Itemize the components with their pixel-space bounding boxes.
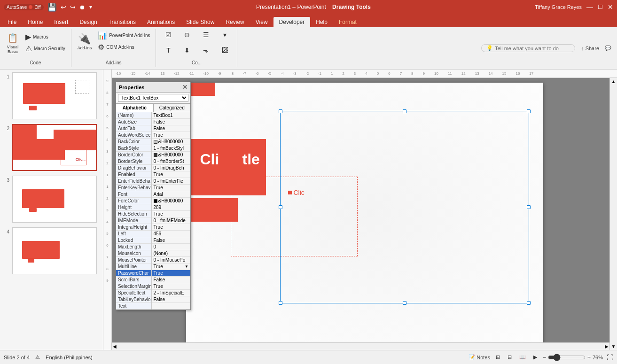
slide-thumb-3[interactable]: 3 [2, 175, 101, 224]
ribbon-group-controls: ☑ ⊙ ☰ ▾ T ⬍ ⬎ 🖼 Co... [156, 29, 237, 67]
prop-value-11: True [151, 185, 190, 191]
tab-help[interactable]: Help [310, 17, 333, 27]
com-addins-button[interactable]: ⚙ COM Add-ins [96, 42, 152, 53]
canvas-area[interactable]: Cli tle [112, 78, 617, 350]
tab-categorized[interactable]: Categorized [154, 104, 191, 112]
autosave-toggle[interactable]: AutoSave Off [4, 4, 44, 10]
handle-mr[interactable] [527, 205, 531, 209]
presenter-view-btn[interactable]: ▶ [531, 353, 539, 361]
accessibility-icon[interactable]: ⚠ [35, 354, 40, 360]
title-bar: AutoSave Off 💾 ↩ ↪ ⏺ ▾ Presentation1 – P… [0, 0, 617, 14]
addins-buttons: 🔌 Add-ins 📊 PowerPoint Add-ins ⚙ COM Add… [75, 30, 152, 53]
zoom-slider[interactable] [548, 354, 586, 361]
tab-developer[interactable]: Developer [273, 17, 311, 27]
prop-value-1: False [151, 119, 190, 125]
scroll-right-btn[interactable]: ▶ [604, 343, 609, 350]
handle-tr[interactable] [527, 109, 531, 113]
h-scrollbar[interactable]: ◀ ▶ [112, 342, 609, 350]
textbox-btn[interactable]: T [160, 46, 177, 55]
redo-icon[interactable]: ↪ [70, 3, 76, 11]
handle-tc[interactable] [403, 109, 406, 113]
selection-box[interactable]: Clic [280, 111, 529, 303]
prop-value-29 [151, 303, 190, 310]
slide-img-1[interactable] [12, 72, 97, 119]
prop-value-14: 289 [151, 204, 190, 211]
slide-img-3[interactable] [12, 176, 97, 223]
slide-thumb-2[interactable]: 2 Clic... [2, 123, 101, 172]
code-group-label: Code [30, 60, 41, 66]
handle-br[interactable] [527, 301, 531, 305]
slide-canvas[interactable]: Cli tle [186, 83, 543, 346]
share-button[interactable]: ↑ Share [581, 46, 599, 51]
prop-value-16: 0 - fmIMEMode [151, 217, 190, 224]
tab-view[interactable]: View [250, 17, 273, 27]
add-ins-button[interactable]: 🔌 Add-ins [75, 31, 94, 52]
tab-insert[interactable]: Insert [48, 17, 74, 27]
tab-alphabetic[interactable]: Alphabetic [116, 104, 154, 112]
autosave-state: Off [34, 5, 40, 10]
minimize-btn[interactable]: — [586, 3, 593, 11]
properties-close-button[interactable]: ✕ [182, 84, 187, 91]
tell-me-input[interactable]: 💡 Tell me what you want to do [481, 44, 575, 52]
tab-home[interactable]: Home [22, 17, 48, 27]
prop-value-20: 0 [151, 244, 190, 250]
zoom-out-btn[interactable]: − [543, 354, 546, 361]
share-label: Share [586, 46, 599, 51]
tab-design[interactable]: Design [74, 17, 102, 27]
scroll-up-btn[interactable]: ▲ [610, 78, 617, 85]
click-here-text-area: Clic [288, 189, 305, 196]
customize-icon[interactable]: ▾ [89, 4, 92, 10]
radiobutton-btn[interactable]: ⊙ [179, 30, 195, 39]
prop-name-21: MouseIcon [116, 250, 151, 257]
save-icon[interactable]: 💾 [47, 3, 57, 12]
spinbutton-btn[interactable]: ⬎ [197, 46, 214, 55]
maximize-btn[interactable]: ☐ [598, 4, 603, 10]
prop-value-6: &H8000000 [151, 152, 190, 158]
tab-file[interactable]: File [2, 17, 22, 27]
zoom-in-btn[interactable]: + [587, 354, 591, 361]
prop-value-22: 0 - fmMousePo [151, 257, 190, 263]
tab-format[interactable]: Format [333, 17, 362, 27]
v-scrollbar[interactable]: ▲ ▼ [609, 78, 617, 350]
slide-sorter-btn[interactable]: ⊟ [506, 353, 514, 361]
listbox-btn[interactable]: ☰ [197, 30, 214, 39]
prop-value-23[interactable]: True▼ [151, 263, 190, 270]
properties-object-select[interactable]: TextBox1 TextBox [118, 94, 188, 102]
close-btn[interactable]: ✕ [608, 3, 613, 11]
scrollbar-btn[interactable]: ⬍ [179, 46, 195, 55]
slide-thumb-1[interactable]: 1 [2, 71, 101, 120]
scroll-left-btn[interactable]: ◀ [112, 343, 117, 350]
handle-bc[interactable] [403, 301, 406, 305]
fit-slide-btn[interactable]: ⛶ [607, 354, 613, 361]
scroll-down-btn[interactable]: ▼ [610, 343, 617, 350]
tab-animations[interactable]: Animations [141, 17, 180, 27]
macro-security-button[interactable]: ⚠ Macro Security [23, 43, 67, 54]
slide-count: Slide 2 of 4 [4, 355, 30, 360]
handle-tl[interactable] [279, 109, 282, 113]
slide-thumb-4[interactable]: 4 [2, 226, 101, 275]
visual-basic-button[interactable]: 📋 VisualBasic [4, 30, 22, 55]
handle-ml[interactable] [279, 205, 282, 209]
undo-icon[interactable]: ↩ [61, 3, 66, 11]
slide-img-4[interactable] [12, 227, 97, 274]
record-icon[interactable]: ⏺ [79, 4, 86, 11]
share-icon: ↑ [581, 46, 584, 51]
tab-transitions[interactable]: Transitions [103, 17, 141, 27]
macros-button[interactable]: ▶ Macros [23, 31, 67, 42]
tab-slideshow[interactable]: Slide Show [180, 17, 220, 27]
powerpoint-addins-button[interactable]: 📊 PowerPoint Add-ins [96, 30, 152, 41]
prop-name-14: Height [116, 204, 151, 211]
properties-scroll[interactable]: (Name)TextBox1AutoSizeFalseAutoTabFalseA… [116, 112, 190, 310]
notes-button[interactable]: 📝 Notes [469, 354, 490, 360]
tab-review[interactable]: Review [220, 17, 250, 27]
checkbox-btn[interactable]: ☑ [160, 30, 177, 39]
normal-view-btn[interactable]: ⊞ [494, 353, 502, 361]
image-btn[interactable]: 🖼 [216, 46, 233, 55]
handle-bl[interactable] [279, 301, 282, 305]
slide-img-2[interactable]: Clic... [12, 124, 97, 171]
combobox-btn[interactable]: ▾ [216, 30, 233, 39]
h-ruler: ·16·15·14·13·12·11·10·9·8·7·6·5·4·3·2·11… [112, 70, 617, 78]
comments-button[interactable]: 💬 [605, 45, 611, 51]
macro-security-icon: ⚠ [25, 44, 32, 53]
reading-view-btn[interactable]: 📖 [517, 353, 528, 361]
